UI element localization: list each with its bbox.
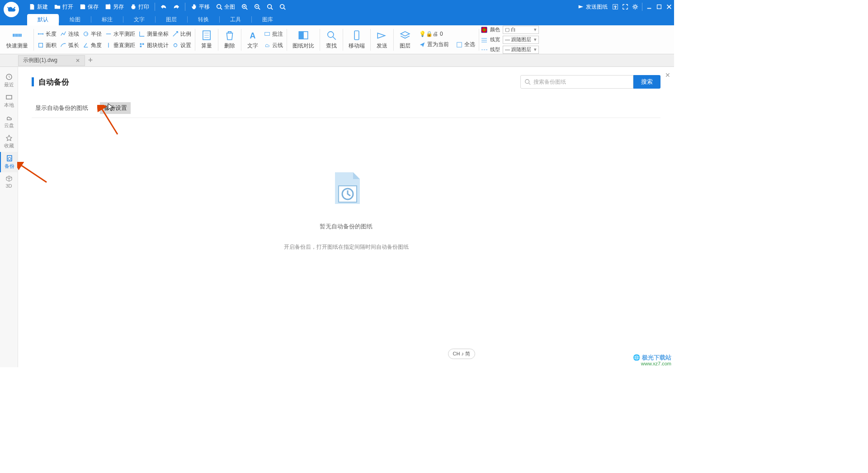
find-button[interactable]: 查找 xyxy=(322,29,341,50)
svg-rect-20 xyxy=(299,32,303,39)
tab-default[interactable]: 默认 xyxy=(27,14,59,25)
saveas-label: 另存 xyxy=(113,3,124,11)
zoomin-button[interactable] xyxy=(239,0,250,14)
app-logo[interactable] xyxy=(0,0,23,14)
svg-point-21 xyxy=(328,32,334,38)
compare-button[interactable]: 图纸对比 xyxy=(289,29,318,50)
prop-color[interactable]: 颜色▢ 白 xyxy=(481,26,539,34)
fit-label: 全图 xyxy=(224,3,235,11)
svg-text:?: ? xyxy=(614,5,617,9)
vdist-button[interactable]: 垂直测距 xyxy=(104,41,137,50)
rset-button[interactable]: 设置 xyxy=(170,41,193,50)
help-button[interactable]: ? xyxy=(610,0,620,14)
blockstat-button[interactable]: 图块统计 xyxy=(137,41,170,50)
search-input[interactable]: 搜索备份图纸 xyxy=(520,75,633,89)
qty-button[interactable]: 算量 xyxy=(197,29,216,50)
color-swatch-icon xyxy=(481,27,487,33)
settings-button[interactable] xyxy=(630,0,640,14)
minimize-button[interactable] xyxy=(644,0,654,14)
setcurrent-button[interactable]: 置为当前 xyxy=(417,40,451,49)
arc-button[interactable]: 弧长 xyxy=(58,41,81,50)
sidebar: 最近 本地 云盘 收藏 备份 3D xyxy=(0,67,18,367)
tab-convert[interactable]: 转换 xyxy=(188,14,219,25)
tab-tools[interactable]: 工具 xyxy=(220,14,251,25)
svg-point-7 xyxy=(634,5,636,8)
mobile-button[interactable]: 移动端 xyxy=(345,29,368,50)
text-button[interactable]: A文字 xyxy=(243,29,262,50)
batch-button[interactable]: 批注 xyxy=(262,29,285,39)
save-button[interactable]: 保存 xyxy=(77,0,101,14)
pan-button[interactable]: 平移 xyxy=(188,0,212,14)
svg-rect-13 xyxy=(142,43,144,45)
saveas-button[interactable]: 另存 xyxy=(102,0,127,14)
tab-layer[interactable]: 图层 xyxy=(156,14,187,25)
tab-library[interactable]: 图库 xyxy=(252,14,283,25)
tab-annotate[interactable]: 标注 xyxy=(91,14,123,25)
continuous-button[interactable]: 连续 xyxy=(58,29,81,39)
subtab-show[interactable]: 显示自动备份的图纸 xyxy=(32,102,92,114)
ime-badge[interactable]: CH ♪ 简 xyxy=(448,349,476,359)
close-tab-icon[interactable]: ✕ xyxy=(75,57,80,64)
svg-rect-22 xyxy=(354,31,359,40)
angle-button[interactable]: 角度 xyxy=(81,41,104,50)
hdist-button[interactable]: 水平测距 xyxy=(104,29,137,39)
svg-point-28 xyxy=(525,80,529,84)
svg-rect-18 xyxy=(265,33,270,36)
delete-button[interactable]: 删除 xyxy=(220,29,239,50)
svg-point-15 xyxy=(174,44,177,47)
subtab-settings[interactable]: 备份设置 xyxy=(100,102,131,114)
selectall-button[interactable]: 全选 xyxy=(454,40,477,49)
search-placeholder: 搜索备份图纸 xyxy=(533,78,566,86)
prop-lw[interactable]: 线宽— 跟随图层 xyxy=(481,36,539,44)
zoomout-button[interactable] xyxy=(251,0,263,14)
layer-current-row[interactable]: 💡🔒🖨 0 xyxy=(417,30,477,38)
panel-close-icon[interactable]: ✕ xyxy=(665,71,670,79)
file-tab-label: 示例图(1).dwg xyxy=(23,57,57,64)
tab-text[interactable]: 文字 xyxy=(123,14,155,25)
open-label: 打开 xyxy=(62,3,73,11)
save-label: 保存 xyxy=(88,3,99,11)
sidebar-favorite[interactable]: 收藏 xyxy=(0,132,18,152)
prop-lt[interactable]: 线型— 跟随图层 xyxy=(481,46,539,54)
close-button[interactable] xyxy=(664,0,674,14)
svg-point-4 xyxy=(280,5,284,9)
layers-button[interactable]: 图层 xyxy=(396,29,415,50)
zoom2-icon[interactable] xyxy=(277,0,288,14)
cloud-button[interactable]: 云线 xyxy=(262,41,285,50)
add-tab-button[interactable]: + xyxy=(85,56,96,65)
redo-button[interactable] xyxy=(170,0,182,14)
coord-button[interactable]: 测量坐标 xyxy=(137,29,170,39)
search-button[interactable]: 搜索 xyxy=(633,75,660,89)
quick-measure-button[interactable]: 快速测量 xyxy=(3,29,32,50)
sidebar-cloud[interactable]: 云盘 xyxy=(0,111,18,132)
svg-rect-14 xyxy=(140,46,142,47)
open-button[interactable]: 打开 xyxy=(52,0,76,14)
sidebar-recent[interactable]: 最近 xyxy=(0,71,18,91)
new-label: 新建 xyxy=(37,3,48,11)
pan-label: 平移 xyxy=(199,3,210,11)
new-button[interactable]: 新建 xyxy=(26,0,51,14)
fit-button[interactable]: 全图 xyxy=(213,0,238,14)
empty-icon xyxy=(326,168,367,210)
scale-button[interactable]: 比例 xyxy=(170,29,193,39)
radius-button[interactable]: 半径 xyxy=(81,29,104,39)
zoom-icon[interactable] xyxy=(264,0,276,14)
ribbon: 快速测量 长度 面积 连续 弧长 半径 角度 水平测距 垂直测距 测量坐标 图块… xyxy=(0,25,674,54)
area-button[interactable]: 面积 xyxy=(36,41,58,50)
undo-button[interactable] xyxy=(158,0,170,14)
sidebar-3d[interactable]: 3D xyxy=(0,172,18,191)
empty-title: 暂无自动备份的图纸 xyxy=(320,222,373,231)
fullscreen-button[interactable] xyxy=(620,0,630,14)
print-button[interactable]: 打印 xyxy=(127,0,152,14)
sidebar-local[interactable]: 本地 xyxy=(0,91,18,111)
length-button[interactable]: 长度 xyxy=(36,29,58,39)
menu-bar: 默认 绘图 标注 文字 图层 转换 工具 图库 xyxy=(0,14,674,25)
sidebar-backup[interactable]: 备份 xyxy=(0,152,18,172)
tab-draw[interactable]: 绘图 xyxy=(59,14,91,25)
send2-button[interactable]: 发送 xyxy=(373,29,392,50)
file-tab[interactable]: 示例图(1).dwg ✕ xyxy=(18,55,85,66)
maximize-button[interactable] xyxy=(654,0,664,14)
send-drawing-button[interactable]: 发送图纸 xyxy=(575,0,610,14)
panel-title: 自动备份 xyxy=(32,77,69,87)
svg-point-0 xyxy=(217,5,221,9)
